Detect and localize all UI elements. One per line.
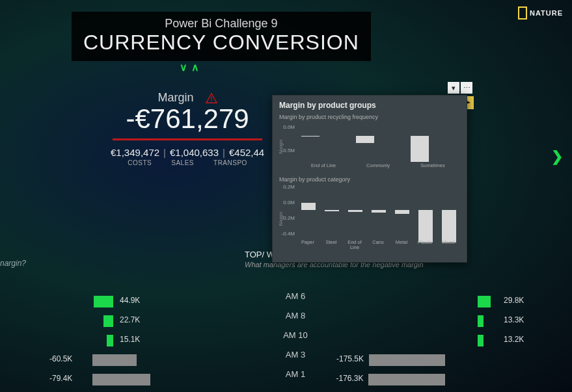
collapse-down-icon[interactable]: ∧ [191, 61, 199, 73]
margin-underline [113, 138, 262, 140]
x-tick: Metal [390, 240, 413, 251]
margin-label: Margin [158, 91, 194, 105]
chart-category: Margin 0.2M 0.0M -0.2M -0.4M PaperSteelE… [296, 184, 460, 249]
mini-bar [372, 210, 386, 213]
mini-bar [356, 136, 374, 143]
collapse-up-icon[interactable]: ∨ [180, 61, 187, 73]
left-value: -79.4K [49, 374, 72, 383]
warning-icon [206, 93, 217, 103]
chart1-subtitle: Margin by product recycling frequency [279, 114, 460, 120]
more-options-icon[interactable]: ⋯ [461, 82, 472, 94]
svg-rect-1 [211, 100, 211, 101]
mini-bar [301, 203, 316, 210]
chart1-ytick-1: -0.5M [280, 148, 295, 153]
chart2-ytick-0: 0.2M [280, 184, 295, 190]
right-value: 13.2K [504, 335, 524, 344]
mini-bar [395, 210, 409, 214]
x-tick: Commonly [351, 163, 405, 168]
right-value: -176.3K [336, 374, 363, 383]
manager-name: AM 8 [250, 311, 341, 320]
x-tick: Paper [296, 240, 320, 251]
manager-bars: 44.9KAM 629.8K22.7KAM 813.3K15.1KAM 1013… [48, 286, 546, 384]
page-title: CURRENCY CONVERSION [83, 31, 359, 55]
title-block: Power Bi Challenge 9 CURRENCY CONVERSION [72, 12, 371, 61]
left-neg-bar [92, 374, 150, 385]
mini-bar [418, 210, 433, 242]
chart2-ytick-2: -0.2M [280, 215, 295, 221]
chart2-ytick-1: 0.0M [280, 200, 295, 205]
table-row: -60.5KAM 3-175.5K [48, 345, 546, 364]
svg-rect-0 [211, 96, 211, 99]
left-value: -60.5K [49, 354, 72, 363]
costs-label: COSTS [128, 159, 152, 166]
manager-name: AM 6 [250, 291, 341, 301]
x-tick: Cans [366, 240, 390, 251]
transport-label: TRANSPO [213, 159, 247, 166]
right-value: 13.3K [504, 315, 524, 324]
subtitle: Power Bi Challenge 9 [83, 17, 359, 31]
tooltip-title: Margin by product groups [279, 101, 460, 110]
left-value: 44.9K [120, 296, 140, 305]
margin-kpi: Margin -€761,279 €1,349,472| €1,040,633|… [111, 91, 264, 166]
mini-bar [442, 210, 456, 242]
chart-recycling: Margin 0.0M -0.5M End of LineCommonlySom… [296, 122, 460, 167]
mini-bar [325, 210, 339, 211]
left-value: 15.1K [120, 335, 140, 344]
manager-name: AM 1 [250, 369, 341, 379]
table-row: 44.9KAM 629.8K [48, 286, 546, 306]
chart2-ytick-3: -0.4M [280, 231, 295, 237]
x-tick: Steel [320, 240, 343, 251]
chart1-ytick-0: 0.0M [280, 124, 295, 130]
mini-bar [411, 136, 429, 162]
manager-name: AM 3 [250, 350, 341, 359]
table-row: -79.4KAM 1-176.3K [48, 364, 546, 384]
x-tick: End of Line [296, 163, 351, 168]
left-question-fragment: nargin? [0, 259, 26, 268]
right-neg-bar [368, 374, 445, 385]
tooltip-card: Margin by product groups Margin by produ… [272, 95, 467, 263]
mini-bar [301, 136, 320, 137]
x-tick: Plastic [413, 240, 437, 251]
kpi-row: €1,349,472| €1,040,633| €452,44 [111, 147, 264, 158]
right-value: 29.8K [504, 296, 524, 305]
table-row: 15.1KAM 1013.2K [48, 325, 546, 345]
next-page-arrow-icon[interactable]: ❯ [551, 148, 563, 165]
table-row: 22.7KAM 813.3K [48, 306, 546, 325]
costs-value: €1,349,472 [111, 147, 159, 158]
margin-value: -€761,279 [111, 103, 264, 135]
chart2-subtitle: Margin by product category [279, 176, 460, 183]
right-value: -175.5K [336, 354, 364, 363]
mini-bar [348, 210, 362, 212]
visual-toolbar: ▾ ⋯ [448, 82, 472, 94]
left-value: 22.7K [120, 315, 140, 324]
sales-label: SALES [171, 159, 194, 166]
x-tick: End of Line [343, 240, 366, 251]
sales-value: €1,040,633 [170, 147, 219, 158]
transport-value: €452,44 [229, 147, 264, 158]
logo-text: NATURE [530, 9, 563, 17]
manager-name: AM 10 [250, 330, 341, 340]
logo-box-icon [518, 7, 527, 20]
brand-logo: NATURE [518, 7, 563, 20]
x-tick: Sometimes [405, 163, 460, 168]
top-arrows: ∨ ∧ [180, 61, 199, 73]
filter-icon[interactable]: ▾ [448, 82, 459, 94]
x-tick: Mixed [437, 240, 460, 251]
